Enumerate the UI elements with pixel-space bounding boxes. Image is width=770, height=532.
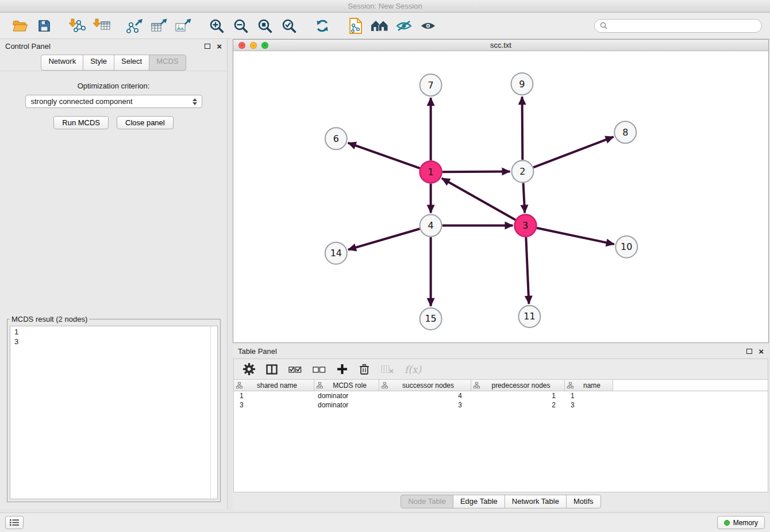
apply-layout-button[interactable] <box>310 15 334 37</box>
table-panel-float-icon[interactable] <box>746 349 752 354</box>
table-panel-close-icon[interactable]: × <box>759 347 764 356</box>
graph-edge-1-6[interactable] <box>348 143 420 168</box>
window-close-icon[interactable]: × <box>238 42 245 49</box>
import-network-button[interactable] <box>66 15 90 37</box>
export-network-button[interactable] <box>123 15 147 37</box>
columns-icon <box>266 364 278 375</box>
delete-column-button[interactable] <box>359 363 370 375</box>
cell-predecessor-nodes[interactable]: 1 <box>471 392 565 400</box>
network-title: scc.txt <box>490 41 511 49</box>
network-canvas[interactable]: 7968124314101511 <box>233 51 768 342</box>
cell-shared-name[interactable]: 1 <box>234 392 314 400</box>
memory-button[interactable]: Memory <box>717 516 765 529</box>
control-panel-float-icon[interactable] <box>205 44 210 49</box>
zoom-fit-button[interactable] <box>253 15 277 37</box>
network-graph[interactable]: 7968124314101511 <box>233 51 768 342</box>
graph-node-6[interactable]: 6 <box>325 128 347 149</box>
zoom-selected-icon <box>282 18 297 33</box>
graph-node-7[interactable]: 7 <box>420 74 442 96</box>
search-box[interactable] <box>594 19 762 33</box>
graph-edge-1-2[interactable] <box>442 172 510 172</box>
graph-node-1[interactable]: 1 <box>420 161 442 183</box>
tab-edge-table[interactable]: Edge Table <box>453 495 505 508</box>
tab-select[interactable]: Select <box>114 55 149 71</box>
save-session-icon <box>37 19 51 33</box>
table-row[interactable]: 1 dominator 4 1 1 <box>234 391 768 400</box>
graph-node-11[interactable]: 11 <box>518 306 540 327</box>
tab-network-table[interactable]: Network Table <box>505 495 567 508</box>
cell-mcds-role[interactable]: dominator <box>314 392 379 400</box>
tab-network[interactable]: Network <box>41 55 83 71</box>
graph-node-10[interactable]: 10 <box>615 236 637 258</box>
homes-button[interactable] <box>368 15 392 37</box>
tree-icon <box>567 382 573 388</box>
column-header-shared-name[interactable]: shared name <box>234 380 314 391</box>
add-row-icon <box>337 364 348 375</box>
window-zoom-icon[interactable]: + <box>261 42 268 49</box>
new-network-from-selection-button[interactable] <box>344 15 368 37</box>
cell-name[interactable]: 3 <box>565 401 613 409</box>
fx-icon: f(x) <box>405 364 421 375</box>
save-session-button[interactable] <box>32 15 56 37</box>
zoom-in-button[interactable] <box>205 15 229 37</box>
cell-shared-name[interactable]: 3 <box>234 401 314 409</box>
table-settings-button[interactable] <box>243 363 255 375</box>
search-input[interactable] <box>610 21 756 30</box>
column-header-successor-nodes[interactable]: successor nodes <box>379 380 471 391</box>
graph-node-4[interactable]: 4 <box>420 215 442 237</box>
control-panel-close-icon[interactable]: × <box>217 42 222 51</box>
tab-motifs[interactable]: Motifs <box>566 495 601 508</box>
tab-mcds[interactable]: MCDS <box>149 55 186 71</box>
graph-edge-2-3[interactable] <box>523 183 525 213</box>
graph-node-3[interactable]: 3 <box>514 215 536 237</box>
cell-mcds-role[interactable]: dominator <box>314 401 379 409</box>
control-panel-title: Control Panel <box>5 42 51 51</box>
window-minimize-icon[interactable]: − <box>250 42 257 49</box>
graph-edge-2-8[interactable] <box>533 137 614 167</box>
vertical-splitter[interactable] <box>228 39 233 512</box>
cell-name[interactable]: 1 <box>565 392 613 400</box>
show-graphics-details-button[interactable] <box>416 15 440 37</box>
graph-edge-3-10[interactable] <box>537 228 614 244</box>
mcds-result-line: 3 <box>14 337 213 346</box>
import-table-button[interactable] <box>90 15 114 37</box>
tab-style[interactable]: Style <box>83 55 114 71</box>
optimization-criterion-select[interactable]: strongly connected component <box>25 95 202 108</box>
graph-edge-3-1[interactable] <box>442 178 515 220</box>
optimization-criterion-label: Optimization criterion: <box>0 82 227 90</box>
graph-node-14[interactable]: 14 <box>325 242 347 264</box>
close-panel-button[interactable]: Close panel <box>117 116 174 129</box>
select-all-button[interactable] <box>288 364 302 375</box>
graph-node-15[interactable]: 15 <box>420 308 442 330</box>
add-column-button[interactable] <box>337 364 348 375</box>
graph-edge-2-9[interactable] <box>522 97 523 160</box>
graph-node-2[interactable]: 2 <box>511 160 533 182</box>
run-mcds-button[interactable]: Run MCDS <box>53 116 109 129</box>
cell-successor-nodes[interactable]: 3 <box>379 401 471 409</box>
graph-edge-4-14[interactable] <box>348 229 420 249</box>
main-toolbar <box>0 13 770 39</box>
column-header-mcds-role[interactable]: MCDS role <box>314 380 379 391</box>
zoom-out-button[interactable] <box>229 15 253 37</box>
cell-predecessor-nodes[interactable]: 2 <box>471 401 565 409</box>
export-table-button[interactable] <box>147 15 171 37</box>
graph-node-9[interactable]: 9 <box>511 73 533 95</box>
graph-edge-3-11[interactable] <box>526 237 529 304</box>
show-column-panel-button[interactable] <box>266 364 278 375</box>
open-session-button[interactable] <box>8 15 32 37</box>
table-row[interactable]: 3 dominator 3 2 3 <box>234 400 768 410</box>
svg-text:2: 2 <box>519 166 525 177</box>
tab-node-table[interactable]: Node Table <box>401 495 453 508</box>
graph-node-8[interactable]: 8 <box>614 121 636 143</box>
svg-text:4: 4 <box>428 220 434 231</box>
task-history-button[interactable] <box>5 516 24 529</box>
cell-successor-nodes[interactable]: 4 <box>379 392 471 400</box>
svg-text:8: 8 <box>622 127 628 138</box>
export-image-button[interactable] <box>171 15 195 37</box>
column-header-name[interactable]: name <box>565 380 613 391</box>
deselect-all-button[interactable] <box>313 364 326 375</box>
function-builder-button: f(x) <box>405 364 421 375</box>
hide-graphics-details-button[interactable] <box>392 15 416 37</box>
zoom-selected-button[interactable] <box>277 15 301 37</box>
column-header-predecessor-nodes[interactable]: predecessor nodes <box>471 380 565 391</box>
